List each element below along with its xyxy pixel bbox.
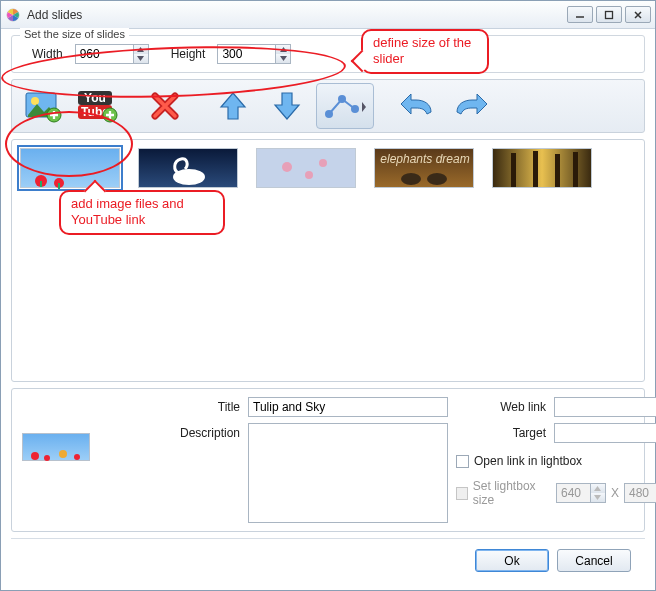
width-label: Width — [32, 47, 63, 61]
titlebar: Add slides — [1, 1, 655, 29]
svg-point-16 — [282, 162, 292, 172]
app-icon — [5, 7, 21, 23]
detail-preview-col — [22, 397, 162, 523]
thumb-swan[interactable] — [138, 148, 238, 188]
svg-point-27 — [44, 455, 50, 461]
close-button[interactable] — [625, 6, 651, 23]
thumb-tulip-and-sky[interactable] — [20, 148, 120, 188]
size-panel: Set the size of slides Width Height — [11, 35, 645, 73]
delete-button[interactable] — [140, 83, 190, 129]
svg-point-29 — [74, 454, 80, 460]
undo-button[interactable] — [392, 83, 442, 129]
lightbox-w-input — [556, 483, 590, 503]
lightbox-h-spinner — [624, 483, 656, 503]
ok-button[interactable]: Ok — [475, 549, 549, 572]
svg-rect-25 — [573, 152, 578, 187]
thumb-elephants-dream[interactable]: elephants dream — [374, 148, 474, 188]
height-label: Height — [171, 47, 206, 61]
window-title: Add slides — [27, 8, 567, 22]
size-legend: Set the size of slides — [20, 28, 129, 40]
svg-rect-1 — [606, 11, 613, 18]
svg-point-18 — [305, 171, 313, 179]
width-input[interactable] — [75, 44, 133, 64]
thumb-clouds-pattern[interactable] — [256, 148, 356, 188]
weblink-label: Web link — [456, 397, 546, 414]
thumbnails-panel[interactable]: elephants dream — [11, 139, 645, 382]
svg-rect-23 — [533, 151, 538, 187]
svg-text:You: You — [84, 91, 106, 105]
lightbox-size-checkbox — [456, 487, 468, 500]
add-youtube-button[interactable]: YouTube — [72, 83, 122, 129]
svg-rect-24 — [555, 154, 560, 187]
svg-text:elephants dream: elephants dream — [380, 152, 469, 166]
add-image-button[interactable] — [18, 83, 68, 129]
minimize-button[interactable] — [567, 6, 593, 23]
lightbox-size-row: Set lightbox size X — [456, 479, 656, 507]
height-up[interactable] — [276, 45, 290, 54]
description-label: Description — [168, 423, 240, 440]
height-spinner[interactable] — [217, 44, 291, 64]
content: define size of the slider add image file… — [1, 29, 655, 590]
open-lightbox-label: Open link in lightbox — [474, 454, 582, 468]
svg-point-20 — [401, 173, 421, 185]
svg-point-28 — [59, 450, 67, 458]
detail-panel: Title Web link Description Target Open l… — [11, 388, 645, 532]
cancel-button[interactable]: Cancel — [557, 549, 631, 572]
width-spinner[interactable] — [75, 44, 149, 64]
move-down-button[interactable] — [262, 83, 312, 129]
footer: Ok Cancel — [11, 538, 645, 582]
lightbox-h-input — [624, 483, 656, 503]
window-buttons — [567, 6, 651, 23]
width-up[interactable] — [134, 45, 148, 54]
open-lightbox-row[interactable]: Open link in lightbox — [456, 454, 656, 468]
title-label: Title — [168, 397, 240, 414]
window: Add slides define size of the slider add… — [0, 0, 656, 591]
svg-rect-22 — [511, 153, 516, 187]
transitions-button[interactable] — [316, 83, 374, 129]
lightbox-w-spinner — [556, 483, 606, 503]
title-input[interactable] — [248, 397, 448, 417]
thumb-forest-light[interactable] — [492, 148, 592, 188]
weblink-input[interactable] — [554, 397, 656, 417]
annotation-callout-size: define size of the slider — [361, 29, 489, 74]
height-input[interactable] — [217, 44, 275, 64]
height-down[interactable] — [276, 54, 290, 63]
redo-button[interactable] — [446, 83, 496, 129]
width-down[interactable] — [134, 54, 148, 63]
target-combo[interactable] — [554, 423, 656, 443]
svg-point-21 — [427, 173, 447, 185]
detail-form: Title Web link Description Target Open l… — [168, 397, 656, 523]
toolbar: YouTube — [11, 79, 645, 133]
lightbox-size-label: Set lightbox size — [473, 479, 551, 507]
maximize-button[interactable] — [596, 6, 622, 23]
description-textarea[interactable] — [248, 423, 448, 523]
svg-point-17 — [319, 159, 327, 167]
lightbox-x-sep: X — [611, 486, 619, 500]
detail-thumb — [22, 433, 90, 461]
open-lightbox-checkbox[interactable] — [456, 455, 469, 468]
move-up-button[interactable] — [208, 83, 258, 129]
target-label: Target — [456, 423, 546, 440]
svg-point-26 — [31, 452, 39, 460]
annotation-callout-add: add image files and YouTube link — [59, 190, 225, 235]
svg-point-3 — [31, 97, 39, 105]
